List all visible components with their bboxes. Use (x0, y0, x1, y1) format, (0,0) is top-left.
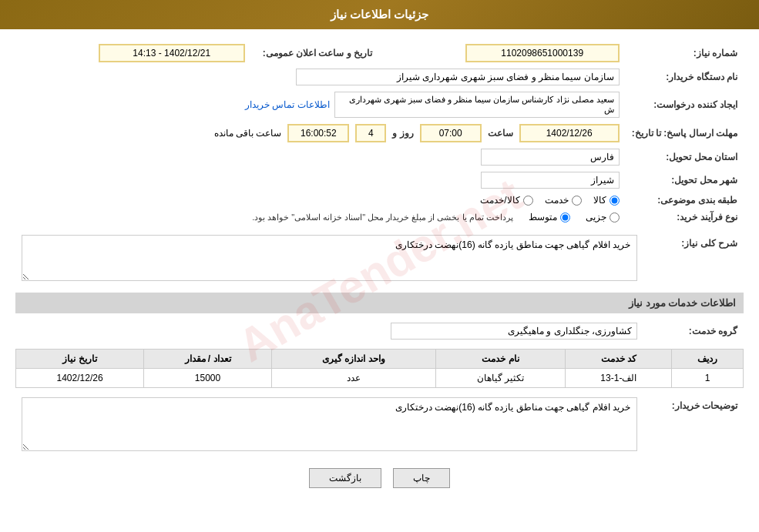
col-header-name: نام خدمت (435, 350, 566, 369)
cell-quantity: 15000 (144, 369, 272, 388)
category-option-kala: کالا (593, 195, 620, 206)
service-group-cell: کشاورزی، جنگلداری و ماهیگیری (15, 320, 643, 343)
cell-date: 1402/12/26 (16, 369, 144, 388)
city-cell: شیراز (15, 169, 626, 192)
need-number-value: 1102098651000139 (465, 44, 620, 62)
need-desc-label: شرح کلی نیاز: (643, 232, 744, 286)
category-label-kala: کالا (593, 195, 606, 206)
need-number-cell: 1102098651000139 (378, 41, 626, 65)
category-radio-khedmat[interactable] (572, 196, 582, 206)
category-label-kala-khedmat: کالا/خدمت (480, 195, 519, 206)
buyer-org-label: نام دستگاه خریدار: (626, 65, 744, 89)
creator-label: ایجاد کننده درخواست: (626, 89, 744, 121)
need-desc-cell (15, 232, 643, 286)
deadline-remaining-label: ساعت باقی مانده (214, 128, 282, 139)
buttons-row: چاپ بازگشت (15, 468, 744, 488)
purchase-option-jozi: جزیی (586, 212, 620, 223)
announce-datetime-cell: 1402/12/21 - 14:13 (15, 41, 251, 65)
cell-name: تکثیر گیاهان (435, 369, 566, 388)
back-button[interactable]: بازگشت (309, 468, 381, 488)
purchase-radio-jozi[interactable] (610, 212, 620, 223)
info-table: شماره نیاز: 1102098651000139 تاریخ و ساع… (15, 41, 744, 226)
buyer-org-value: سازمان سیما منظر و فضای سبز شهری شهرداری… (296, 69, 620, 85)
deadline-label: مهلت ارسال پاسخ: تا تاریخ: (626, 121, 744, 146)
province-cell: فارس (15, 146, 626, 169)
buyer-desc-table: توضیحات خریدار: (15, 394, 744, 457)
announce-datetime-value: 1402/12/21 - 14:13 (99, 44, 245, 62)
buyer-desc-label: توضیحات خریدار: (643, 394, 744, 457)
deadline-date: 1402/12/26 (519, 124, 620, 142)
deadline-time: 07:00 (420, 124, 482, 142)
category-label-khedmat: خدمت (545, 195, 569, 206)
deadline-day: 4 (355, 124, 386, 142)
col-header-row: ردیف (672, 350, 744, 369)
creator-value: سعید مصلی نژاد کارشناس سازمان سیما منظر … (334, 92, 620, 118)
table-row: 1الف-1-13تکثیر گیاهانعدد150001402/12/26 (16, 369, 744, 388)
need-description-textarea[interactable] (22, 235, 637, 281)
col-header-unit: واحد اندازه گیری (272, 350, 436, 369)
cell-code: الف-1-13 (566, 369, 672, 388)
deadline-time-label: ساعت (488, 128, 513, 139)
main-container: جزئیات اطلاعات نیاز AnaTender.net شماره … (0, 0, 759, 532)
category-option-khedmat: خدمت (545, 195, 582, 206)
content-area: AnaTender.net شماره نیاز: 11020986510001… (0, 29, 759, 511)
deadline-day-label: روز و (392, 128, 413, 139)
city-label: شهر محل تحویل: (626, 169, 744, 192)
buyer-org-cell: سازمان سیما منظر و فضای سبز شهری شهرداری… (15, 65, 626, 89)
cell-row: 1 (672, 369, 744, 388)
category-radio-kala[interactable] (610, 196, 620, 206)
col-header-code: کد خدمت (566, 350, 672, 369)
category-label: طبقه بندی موضوعی: (626, 192, 744, 209)
purchase-type-cell: جزیی متوسط پرداخت تمام یا بخشی از مبلغ خ… (15, 209, 626, 226)
province-label: استان محل تحویل: (626, 146, 744, 169)
category-cell: کالا خدمت کالا/خدمت (15, 192, 626, 209)
purchase-option-motovaset: متوسط (529, 212, 570, 223)
buyer-description-textarea[interactable] (22, 397, 637, 451)
col-header-date: تاریخ نیاز (16, 350, 144, 369)
category-radio-group: کالا خدمت کالا/خدمت (22, 195, 620, 206)
cell-unit: عدد (272, 369, 436, 388)
page-title: جزئیات اطلاعات نیاز (331, 8, 428, 21)
purchase-label-motovaset: متوسط (529, 212, 557, 223)
service-group-label: گروه خدمت: (643, 320, 744, 343)
services-section-title: اطلاعات خدمات مورد نیاز (15, 293, 744, 313)
creator-contact-link[interactable]: اطلاعات تماس خریدار (245, 99, 330, 110)
service-group-table: گروه خدمت: کشاورزی، جنگلداری و ماهیگیری (15, 320, 744, 343)
deadline-cell: 1402/12/26 ساعت 07:00 روز و 4 16:00:52 س… (15, 121, 626, 146)
deadline-remaining: 16:00:52 (287, 124, 349, 142)
purchase-type-label: نوع فرآیند خرید: (626, 209, 744, 226)
purchase-label-jozi: جزیی (586, 212, 606, 223)
need-desc-table: شرح کلی نیاز: (15, 232, 744, 286)
announce-datetime-label: تاریخ و ساعت اعلان عمومی: (251, 41, 378, 65)
service-group-value: کشاورزی، جنگلداری و ماهیگیری (391, 323, 637, 340)
buyer-desc-cell (15, 394, 643, 457)
creator-cell: سعید مصلی نژاد کارشناس سازمان سیما منظر … (15, 89, 626, 121)
col-header-quantity: تعداد / مقدار (144, 350, 272, 369)
page-header: جزئیات اطلاعات نیاز (0, 0, 759, 29)
city-value: شیراز (481, 172, 620, 189)
print-button[interactable]: چاپ (393, 468, 450, 488)
purchase-note: پرداخت تمام یا بخشی از مبلغ خریدار محل "… (252, 212, 513, 223)
province-value: فارس (481, 149, 620, 166)
need-number-label: شماره نیاز: (626, 41, 744, 65)
purchase-radio-motovaset[interactable] (560, 212, 570, 223)
category-radio-kala-khedmat[interactable] (523, 196, 533, 206)
services-table: ردیف کد خدمت نام خدمت واحد اندازه گیری ت… (15, 349, 744, 388)
purchase-type-row: جزیی متوسط پرداخت تمام یا بخشی از مبلغ خ… (22, 212, 620, 223)
category-option-kala-khedmat: کالا/خدمت (480, 195, 532, 206)
